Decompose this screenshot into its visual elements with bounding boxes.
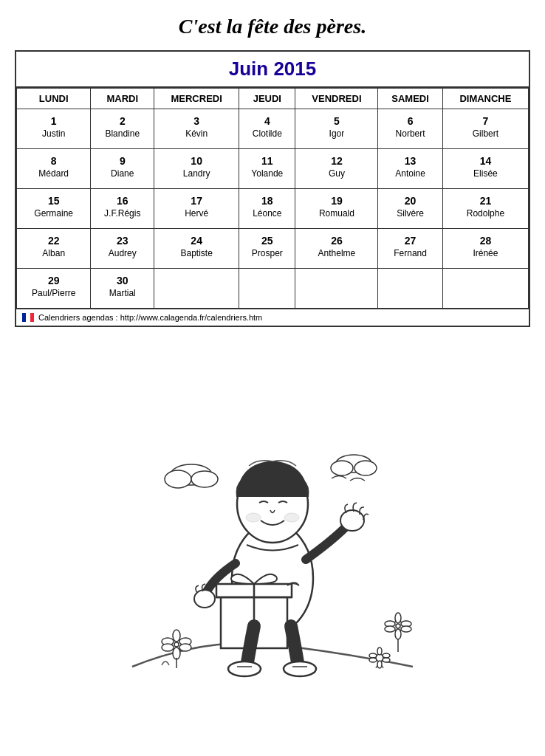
day-number: 25 — [242, 235, 292, 247]
saint-name: Alban — [20, 248, 87, 258]
day-number: 11 — [242, 155, 292, 167]
saint-name: Médard — [20, 168, 87, 179]
day-number: 21 — [446, 195, 525, 207]
calendar-cell: 6Norbert — [378, 109, 442, 149]
svg-point-38 — [383, 653, 390, 658]
calendar-cell: 18Léonce — [239, 189, 295, 229]
calendar-footer: Calendriers agendas : http://www.calagen… — [16, 309, 529, 326]
day-number: 26 — [298, 235, 374, 247]
calendar-cell: 12Guy — [295, 149, 378, 189]
saint-name: J.F.Régis — [94, 208, 151, 219]
day-header: JEUDI — [239, 89, 295, 109]
calendar-cell: 8Médard — [17, 149, 91, 189]
svg-point-32 — [401, 626, 411, 632]
saint-name: Prosper — [242, 248, 292, 258]
calendar-cell: 1Justin — [17, 109, 91, 149]
day-number: 4 — [242, 115, 292, 127]
calendar-cell: 11Yolande — [239, 149, 295, 189]
saint-name: Justin — [20, 128, 87, 139]
day-number: 10 — [157, 155, 236, 167]
saint-name: Silvère — [381, 208, 439, 219]
day-number: 5 — [298, 115, 374, 127]
svg-point-13 — [165, 470, 191, 488]
day-number: 30 — [94, 275, 151, 286]
calendar-week-row: 1Justin2Blandine3Kévin4Clotilde5Igor6Nor… — [17, 109, 529, 149]
day-number: 23 — [94, 235, 151, 247]
svg-point-39 — [369, 658, 377, 662]
day-number: 20 — [381, 195, 439, 207]
calendar-cell — [295, 269, 378, 309]
page-title: C'est la fête des pères. — [15, 15, 530, 38]
calendar-cell: 2Blandine — [91, 109, 154, 149]
svg-point-16 — [331, 461, 353, 475]
calendar-cell: 22Alban — [17, 229, 91, 269]
saint-name: Guy — [298, 168, 374, 179]
svg-point-40 — [383, 658, 390, 662]
calendar-cell: 10Landry — [154, 149, 239, 189]
calendar-cell: 26Anthelme — [295, 229, 378, 269]
saint-name: Landry — [157, 168, 236, 179]
day-number: 14 — [446, 155, 525, 167]
saint-name: Antoine — [381, 168, 439, 179]
calendar-week-row: 15Germaine16J.F.Régis17Hervé18Léonce19Ro… — [17, 189, 529, 229]
day-number: 24 — [157, 235, 236, 247]
calendar-cell — [442, 269, 528, 309]
saint-name: Fernand — [381, 248, 439, 258]
saint-name: Audrey — [94, 248, 151, 258]
calendar-cell — [239, 269, 295, 309]
month-header: Juin 2015 — [16, 52, 529, 88]
svg-point-10 — [228, 662, 261, 676]
calendar-cell: 5Igor — [295, 109, 378, 149]
calendar-cell — [378, 269, 442, 309]
svg-point-2 — [246, 513, 261, 522]
calendar-cell: 21Rodolphe — [442, 189, 528, 229]
calendar-cell: 7Gilbert — [442, 109, 528, 149]
day-header: MARDI — [91, 89, 154, 109]
day-number: 13 — [381, 155, 439, 167]
saint-name: Diane — [94, 168, 151, 179]
day-number: 17 — [157, 195, 236, 207]
saint-name: Yolande — [242, 168, 292, 179]
svg-point-19 — [174, 642, 179, 647]
calendar-cell: 25Prosper — [239, 229, 295, 269]
day-number: 7 — [446, 115, 525, 127]
calendar-cell: 19Romuald — [295, 189, 378, 229]
saint-name: Baptiste — [157, 248, 236, 258]
day-header: VENDREDI — [295, 89, 378, 109]
saint-name: Igor — [298, 128, 374, 139]
svg-point-14 — [191, 471, 218, 487]
svg-point-41 — [377, 647, 382, 655]
svg-point-17 — [354, 461, 377, 475]
svg-point-25 — [173, 647, 180, 659]
calendar-cell — [154, 269, 239, 309]
svg-point-5 — [340, 510, 364, 531]
calendar-cell: 14Elisée — [442, 149, 528, 189]
calendar-cell: 30Martial — [91, 269, 154, 309]
calendar-week-row: 29Paul/Pierre30Martial — [17, 269, 529, 309]
svg-point-23 — [179, 644, 191, 651]
saint-name: Clotilde — [242, 128, 292, 139]
svg-point-3 — [284, 513, 299, 522]
calendar-cell: 3Kévin — [154, 109, 239, 149]
saint-name: Anthelme — [298, 248, 374, 258]
day-number: 19 — [298, 195, 374, 207]
saint-name: Hervé — [157, 208, 236, 219]
day-number: 15 — [20, 195, 87, 207]
day-number: 1 — [20, 115, 87, 127]
calendar-cell: 13Antoine — [378, 149, 442, 189]
svg-point-24 — [173, 630, 180, 642]
day-number: 9 — [94, 155, 151, 167]
flag-icon — [22, 313, 34, 322]
svg-point-22 — [162, 644, 174, 651]
saint-name: Kévin — [157, 128, 236, 139]
calendar-table: LUNDIMARDIMERCREDIJEUDIVENDREDISAMEDIDIM… — [16, 88, 529, 309]
saint-name: Irénée — [446, 248, 525, 258]
svg-point-34 — [395, 629, 401, 639]
calendar-week-row: 22Alban23Audrey24Baptiste25Prosper26Anth… — [17, 229, 529, 269]
footer-text: Calendriers agendas : http://www.calagen… — [38, 313, 262, 322]
saint-name: Léonce — [242, 208, 292, 219]
svg-point-42 — [377, 661, 382, 668]
calendar-cell: 27Fernand — [378, 229, 442, 269]
saint-name: Martial — [94, 288, 151, 298]
calendar-cell: 15Germaine — [17, 189, 91, 229]
